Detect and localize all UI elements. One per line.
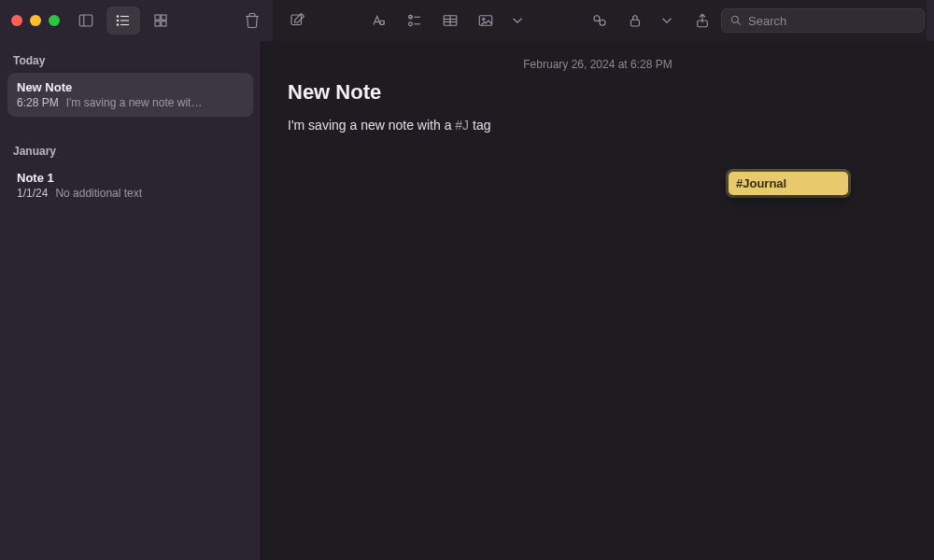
note-body-text: I'm saving a new note with a [288, 118, 455, 133]
note-title[interactable]: New Note [288, 80, 908, 105]
close-window-button[interactable] [11, 15, 22, 26]
svg-rect-0 [79, 15, 92, 26]
new-note-button[interactable] [280, 7, 314, 35]
notes-list-sidebar: Today New Note 6:28 PM I'm saving a new … [0, 41, 262, 560]
lock-menu-chevron[interactable] [650, 7, 684, 35]
note-list-preview: No additional text [55, 187, 142, 200]
trash-icon [244, 12, 261, 29]
window-controls [7, 15, 65, 26]
gallery-view-button[interactable] [144, 7, 177, 35]
section-header-january: January [6, 137, 255, 163]
svg-rect-11 [162, 21, 166, 26]
tag-suggestion-item[interactable]: #Journal [736, 176, 786, 190]
toggle-sidebar-button[interactable] [69, 7, 103, 35]
lock-button[interactable] [618, 7, 652, 35]
format-button[interactable] [362, 7, 396, 35]
svg-point-24 [594, 16, 600, 21]
svg-rect-12 [291, 15, 302, 25]
note-list-item[interactable]: New Note 6:28 PM I'm saving a new note w… [7, 73, 253, 117]
chevron-down-icon [658, 12, 675, 29]
note-list-title: New Note [17, 80, 244, 94]
search-field[interactable] [721, 8, 925, 33]
checklist-icon [406, 12, 423, 29]
note-list-title: Note 1 [17, 171, 244, 185]
compose-icon [289, 12, 305, 29]
chevron-down-icon [509, 12, 526, 29]
media-button[interactable] [469, 7, 502, 35]
svg-point-7 [117, 24, 119, 26]
link-icon [591, 12, 608, 29]
note-list-preview: I'm saving a new note wit… [66, 96, 203, 109]
svg-rect-9 [162, 15, 166, 20]
grid-icon [152, 12, 169, 29]
share-button[interactable] [686, 7, 719, 35]
svg-point-16 [409, 22, 413, 26]
svg-point-23 [483, 18, 485, 20]
note-list-time: 6:28 PM [17, 96, 59, 109]
fullscreen-window-button[interactable] [49, 15, 60, 26]
note-date: February 26, 2024 at 6:28 PM [288, 56, 908, 71]
share-icon [694, 12, 711, 29]
note-body-text-after: tag [469, 118, 490, 133]
minimize-window-button[interactable] [30, 15, 41, 26]
list-view-button[interactable] [106, 7, 140, 35]
photo-icon [477, 12, 494, 29]
svg-rect-10 [155, 21, 160, 26]
svg-point-25 [600, 20, 605, 25]
sidebar-icon [78, 12, 94, 29]
list-icon [115, 12, 132, 29]
svg-point-6 [117, 20, 119, 21]
section-header-today: Today [6, 47, 255, 73]
svg-point-29 [731, 16, 738, 22]
table-icon [442, 12, 459, 29]
note-body[interactable]: I'm saving a new note with a #J tag [288, 118, 908, 133]
search-icon [729, 14, 743, 27]
delete-button[interactable] [235, 7, 269, 35]
svg-point-5 [117, 16, 119, 18]
svg-rect-8 [155, 15, 160, 20]
link-note-button[interactable] [583, 7, 616, 35]
note-editor[interactable]: February 26, 2024 at 6:28 PM New Note I'… [262, 41, 934, 560]
tag-autocomplete-popup[interactable]: #Journal [729, 172, 848, 195]
svg-line-30 [737, 21, 740, 24]
search-input[interactable] [748, 14, 916, 28]
text-format-icon [371, 12, 388, 29]
media-menu-chevron[interactable] [501, 7, 534, 35]
table-button[interactable] [433, 7, 467, 35]
note-list-item[interactable]: Note 1 1/1/24 No additional text [7, 163, 253, 207]
lock-icon [627, 12, 644, 29]
note-list-time: 1/1/24 [17, 187, 48, 200]
svg-rect-27 [631, 20, 640, 26]
checklist-button[interactable] [398, 7, 432, 35]
note-body-hashtag: #J [455, 118, 469, 133]
